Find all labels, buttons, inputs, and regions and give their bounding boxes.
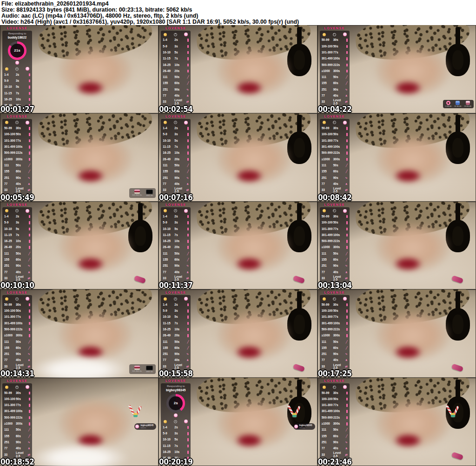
tip-pill-text: bigboy98345tokens [140,424,153,429]
tip-menu-row: 25190s∿ [162,351,189,357]
vibration-level-icon [344,234,348,237]
tip-amount: 500-999 [322,328,333,331]
lovense-logo: LOVENSE [161,115,191,118]
metadata-line-video: Video: h264 (High) (avc1 / 0x31637661), … [1,19,475,25]
tip-duration: 100s [16,322,26,325]
time-clock-icon [15,386,19,389]
wave-pattern-icon: ╱ [26,341,30,344]
tip-menu-row: 101-30077s [321,402,348,408]
goal-badge: 101-300 tks [132,366,142,372]
toy-icon [343,209,347,213]
tip-amount: 111 [163,341,174,344]
tip-amount: 111 [322,428,333,432]
tip-amount: 16-25 [163,64,174,67]
tip-amount: 301-499 [322,57,333,60]
tip-amount: 111 [4,252,16,256]
tip-amount: 251 [4,353,16,356]
tip-amount: 5-9 [4,79,16,83]
tip-duration: 10s [174,451,185,454]
tip-duration: 90s [174,264,185,268]
toy-box-icon [146,366,153,370]
tip-duration: 5s [16,228,26,231]
responding-overlay: Responding tobigboy983452s [162,384,189,419]
lovense-logo: LOVENSE [2,203,32,206]
tip-amount: 16-25 [4,240,16,243]
time-clock-icon [333,209,336,212]
vibration-level-icon [26,73,30,77]
wave-pattern-icon: ╱ [185,164,189,167]
tokens-coin-icon [323,33,326,36]
tip-duration: 77s [16,404,26,407]
tip-menu-row: ≥1000300s [321,333,348,339]
time-clock-icon [15,121,19,124]
tip-duration: 90s [16,177,26,180]
tip-duration: 30s [333,39,344,42]
tip-duration: 100s [333,57,344,60]
vibration-level-icon [26,133,30,136]
frame-timestamp: 00:21:46 [318,458,352,466]
vibration-level-icon [344,398,348,401]
video-frame: LOVENSE50-9930s100-10050s101-30077s301-4… [317,289,476,378]
tip-menu-row: 11-157s [4,90,31,96]
vibration-level-icon [185,228,189,231]
frame-timestamp: 00:08:42 [318,194,352,202]
gift-icon [451,413,455,417]
tip-menu-header [4,120,31,125]
tip-amount: 301-499 [322,234,333,237]
wave-pattern-icon: ╱ [26,258,30,262]
tip-menu-header [4,208,31,214]
tip-amount: 50-99 [322,39,333,42]
tip-menu-row: 11150s╱ [321,74,348,80]
tip-amount: 33 [163,189,174,192]
tip-duration: 50s [174,76,185,79]
vibration-level-icon [26,228,30,231]
tip-duration: 40s [333,447,344,450]
lovense-logo: LOVENSE [320,26,350,30]
video-frame: LOVENSE1-42s5-93s10-105s11-157s16-2510s2… [159,202,317,290]
wave-pattern-icon: ⇄ [26,277,30,280]
tip-menu-row: 100-10050s [321,43,348,49]
toy-icon [26,297,29,301]
cake-icon [134,366,140,370]
tip-amount: 301-499 [322,322,333,325]
tip-notification-pill: bigboy98345tokens [293,423,315,430]
tip-duration: 40s [333,271,344,274]
vibration-level-icon [26,328,30,331]
wave-pattern-icon: ∧ [26,359,30,362]
tip-amount: 500-999 [322,151,333,155]
wave-pattern-icon: ╱ [26,164,30,167]
tip-duration: 7s [174,322,185,325]
wave-pattern-icon: ∧ [344,94,348,98]
tip-amount: 10-10 [4,228,16,231]
tip-duration: 60s [333,258,344,262]
tip-amount: 500-999 [322,240,333,243]
tip-menu-row: ≥1000300s [321,68,348,74]
goal-item: 13:30:46 [464,101,471,107]
responding-label: Responding to [162,385,189,388]
tip-menu-row: 1-42s [162,125,189,131]
tip-amount: 11-15 [163,445,174,448]
vibration-level-icon [344,221,348,224]
tip-amount: 155 [163,82,174,85]
toy-icon [184,209,188,213]
tip-amount: 33 [163,365,174,368]
wave-pattern-icon: ╱ [344,347,348,350]
time-clock-icon [333,386,336,389]
tip-duration: 50s [333,133,344,136]
tip-amount: 33 [4,189,16,192]
tip-amount: 155 [322,170,333,173]
tip-menu-row: 101-30077s [321,138,348,144]
tip-amount: 500-999 [4,416,16,420]
tip-menu-row: 25190s∿ [321,86,348,92]
tip-duration: 77s [333,51,344,54]
tip-amount: 301-499 [322,410,333,413]
wave-pattern-icon: ∿ [185,177,189,180]
vibration-level-icon [185,246,189,249]
goal-badge-label: 101-300 tks [132,370,142,372]
toy-icon [184,121,188,125]
tip-menu-row: 5-93s [162,431,189,437]
tip-amount: 10-10 [4,85,16,89]
tip-amount: 26-49 [4,246,16,249]
tip-duration: 40s [333,183,344,186]
tip-menu-row: 26-4920s [162,156,189,162]
